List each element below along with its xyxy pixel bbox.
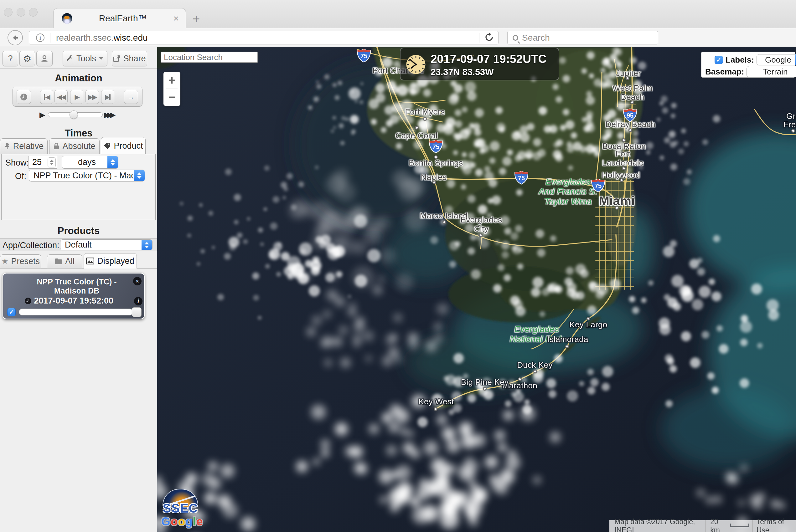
tab-displayed-label: Displayed: [97, 256, 134, 266]
tab-presets[interactable]: ★ Presets: [0, 254, 41, 268]
tab-title: RealEarth™: [72, 14, 173, 23]
settings-button[interactable]: ⚙: [19, 51, 35, 66]
product-opacity-slider[interactable]: [19, 308, 133, 316]
product-card-title: NPP True Color (TC) - Madison DB: [25, 277, 128, 296]
browser-window: RealEarth™ × + i realearth.ssec.wisc.edu…: [0, 0, 796, 532]
play-button[interactable]: ▶: [70, 90, 83, 104]
tab-absolute[interactable]: Absolute: [49, 138, 99, 154]
tools-button[interactable]: Tools: [63, 51, 107, 66]
map-marker-dot: [518, 377, 522, 381]
map-zoom-control: + −: [164, 72, 180, 106]
tab-all-label: All: [65, 256, 75, 266]
window-close-button[interactable]: [4, 8, 13, 17]
product-info-button[interactable]: i: [134, 297, 143, 305]
url-bar[interactable]: i realearth.ssec.wisc.edu: [29, 31, 499, 44]
basemap-select[interactable]: Terrain: [746, 66, 796, 77]
show-label: Show:: [5, 158, 29, 168]
map-marker-dot: [442, 220, 446, 224]
map-label: Key West: [418, 397, 454, 406]
interstate-shield: 75: [429, 140, 443, 153]
show-unit-select[interactable]: days: [62, 156, 118, 169]
search-icon: [513, 35, 518, 41]
tab-product[interactable]: Product: [101, 137, 146, 154]
select-spinner-icon: [134, 170, 145, 181]
interstate-shield: 95: [623, 109, 637, 122]
map-marker-dot: [587, 317, 590, 320]
animation-clock-button[interactable]: [17, 90, 31, 104]
pin-icon: [4, 143, 10, 150]
tab-all[interactable]: All: [47, 254, 82, 268]
map-marker-dot: [628, 128, 632, 132]
share-button[interactable]: Share: [112, 51, 147, 66]
ssec-logo[interactable]: SSEC: [161, 489, 200, 518]
interstate-shield: 75: [591, 179, 606, 192]
map-canvas[interactable]: Port CharlotteFort MyersCape CoralBonita…: [157, 47, 796, 532]
site-info-icon[interactable]: i: [36, 34, 44, 42]
map-attribution: Map data ©2017 Google, INEGI 20 km Terms…: [609, 520, 796, 532]
help-button[interactable]: ?: [2, 51, 18, 66]
of-product-select[interactable]: NPP True Color (TC) - Madisc: [29, 170, 145, 182]
map-marker-dot: [533, 369, 537, 373]
rock-button[interactable]: →: [124, 90, 138, 104]
zoom-out-button[interactable]: −: [164, 89, 180, 106]
animation-controls: ◀ ◀◀ ▶ ▶▶ ▶ →: [13, 87, 143, 107]
timestamp-datetime: 2017-09-07 19:52UTC: [430, 53, 547, 66]
map-label: Fort Lauderdale: [602, 149, 644, 167]
tab-product-label: Product: [114, 141, 143, 151]
browser-tab[interactable]: RealEarth™ ×: [53, 8, 186, 28]
terms-of-use-link[interactable]: Terms of Use: [753, 518, 796, 532]
tab-relative[interactable]: Relative: [0, 138, 48, 154]
map-marker-dot: [479, 233, 483, 237]
product-card[interactable]: NPP True Color (TC) - Madison DB × 2017-…: [2, 273, 145, 319]
labels-source-select[interactable]: Google: [757, 54, 796, 65]
location-search-input[interactable]: Location Search: [161, 52, 258, 63]
layer-controls: ✓ Labels: Google Basemap: Terrain: [701, 52, 795, 78]
product-remove-button[interactable]: ×: [133, 277, 142, 285]
app-collection-select[interactable]: Default: [60, 240, 152, 250]
map-marker-dot: [615, 206, 619, 210]
url-text: realearth.ssec.wisc.edu: [56, 33, 148, 43]
map-label: Everglades And Francis S. Taylor Wma: [539, 177, 597, 206]
product-opacity-thumb[interactable]: [132, 307, 142, 317]
google-logo-letter: o: [171, 515, 178, 528]
reload-icon[interactable]: [484, 33, 494, 43]
show-count-input[interactable]: 25: [28, 156, 57, 169]
timestamp-coordinates: 23.37N 83.53W: [430, 67, 494, 77]
labels-label: Labels:: [725, 55, 754, 65]
tab-displayed[interactable]: Displayed: [84, 253, 137, 268]
window-zoom-button[interactable]: [29, 8, 38, 17]
tab-absolute-label: Absolute: [62, 141, 95, 151]
speed-slider-thumb[interactable]: [70, 111, 78, 119]
account-button[interactable]: [36, 51, 53, 66]
map-marker-dot: [620, 178, 624, 182]
lock-icon: [53, 142, 59, 150]
star-icon: ★: [2, 257, 8, 266]
back-button[interactable]: [7, 30, 23, 45]
product-visibility-checkbox[interactable]: ✓: [7, 308, 16, 316]
map-marker-dot: [415, 126, 419, 130]
google-logo[interactable]: Google: [161, 515, 203, 528]
stepper-icon[interactable]: [48, 157, 56, 167]
select-spinner-icon: [142, 240, 152, 250]
labels-source-value: Google: [757, 55, 795, 65]
map-label: Key Largo: [569, 320, 607, 329]
interstate-shield: 75: [514, 171, 529, 185]
zoom-in-button[interactable]: +: [164, 72, 180, 89]
navigation-bar: i realearth.ssec.wisc.edu Search ☆: [0, 28, 796, 47]
skip-to-start-button[interactable]: ◀: [40, 90, 53, 104]
share-icon: [113, 55, 121, 62]
new-tab-button[interactable]: +: [192, 13, 200, 25]
skip-to-end-button[interactable]: ▶: [101, 90, 114, 104]
tools-label: Tools: [76, 54, 96, 63]
interstate-shield: 75: [357, 49, 371, 62]
labels-checkbox[interactable]: ✓: [715, 56, 723, 64]
map-label: Freeport: [783, 120, 796, 129]
step-back-button[interactable]: ◀◀: [55, 90, 68, 104]
step-forward-button[interactable]: ▶▶: [86, 90, 99, 104]
tab-close-icon[interactable]: ×: [173, 14, 179, 23]
folder-icon: [55, 258, 62, 264]
animation-heading: Animation: [0, 73, 157, 84]
search-bar[interactable]: Search: [507, 31, 658, 44]
map-label: Islamorada: [547, 335, 588, 344]
window-minimize-button[interactable]: [17, 8, 25, 17]
